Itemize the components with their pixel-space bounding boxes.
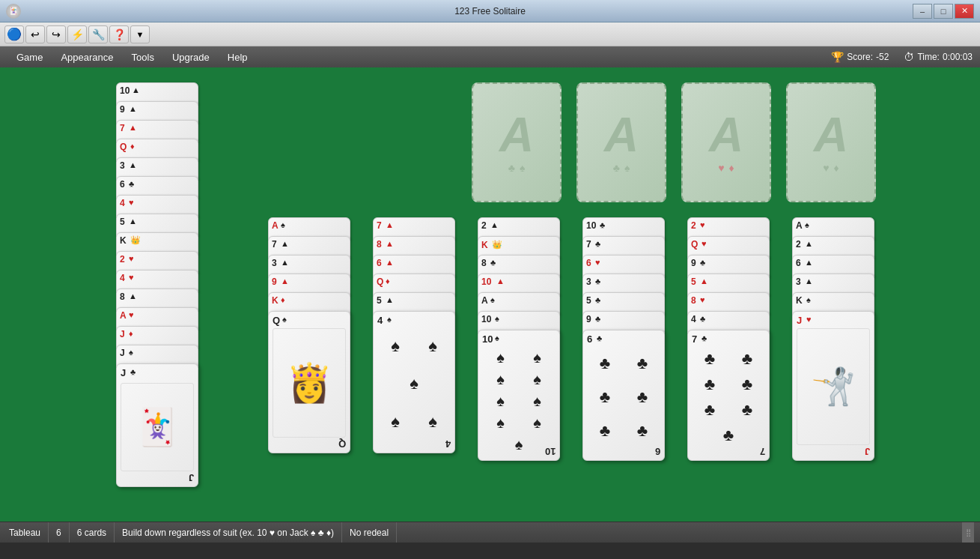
options-button[interactable]: 🔧	[88, 25, 108, 43]
status-cards: 6 cards	[70, 522, 115, 543]
score-value: -52	[876, 52, 889, 62]
game-area[interactable]: A ♣♠ A ♣♠ A ♥♦ A ♥♦ 10 ▲ 9 ▲	[0, 67, 980, 522]
score-time: 🏆 Score: -52 ⏱ Time: 0:00:03	[831, 51, 973, 63]
foundation-4[interactable]: A ♥♦	[786, 82, 876, 202]
status-count: 6	[49, 522, 70, 543]
window-title: 123 Free Solitaire	[454, 6, 526, 16]
dropdown-button[interactable]: ▼	[130, 25, 150, 43]
menu-upgrade[interactable]: Upgrade	[163, 49, 219, 66]
foundation-3[interactable]: A ♥♦	[681, 82, 771, 202]
minimize-button[interactable]: –	[913, 4, 932, 19]
status-rule: Build down regardless of suit (ex. 10 ♥ …	[115, 522, 342, 543]
toolbar: 🔵 ↩ ↪ ⚡ 🔧 ❓ ▼	[0, 22, 980, 46]
menu-tools[interactable]: Tools	[123, 49, 163, 66]
status-redeal: No redeal	[342, 522, 397, 543]
menu-help[interactable]: Help	[219, 49, 257, 66]
score-label: Score:	[847, 52, 873, 62]
title-bar: 🃏 123 Free Solitaire – □ ✕	[0, 0, 980, 22]
undo-button[interactable]: ↩	[25, 25, 45, 43]
maximize-button[interactable]: □	[934, 4, 953, 19]
status-tableau: Tableau	[6, 522, 49, 543]
menu-appearance[interactable]: Appearance	[52, 49, 122, 66]
menubar: Game Appearance Tools Upgrade Help 🏆 Sco…	[0, 46, 980, 67]
time-value: 0:00:03	[943, 52, 973, 62]
score-display: 🏆 Score: -52	[831, 51, 889, 63]
redo-button[interactable]: ↪	[46, 25, 66, 43]
title-bar-left: 🃏	[6, 4, 21, 19]
time-display: ⏱ Time: 0:00:03	[904, 51, 973, 63]
statusbar: Tableau 6 6 cards Build down regardless …	[0, 522, 980, 543]
help-button[interactable]: ❓	[109, 25, 129, 43]
close-button[interactable]: ✕	[955, 4, 974, 19]
hint-button[interactable]: ⚡	[67, 25, 87, 43]
foundation-2[interactable]: A ♣♠	[576, 82, 666, 202]
menubar-left: Game Appearance Tools Upgrade Help	[7, 49, 257, 66]
window-controls[interactable]: – □ ✕	[913, 4, 974, 19]
app-icon: 🃏	[6, 4, 21, 19]
foundation-1[interactable]: A ♣♠	[472, 82, 561, 202]
menu-game[interactable]: Game	[7, 49, 52, 66]
time-label: Time:	[917, 52, 940, 62]
new-game-button[interactable]: 🔵	[4, 25, 24, 43]
